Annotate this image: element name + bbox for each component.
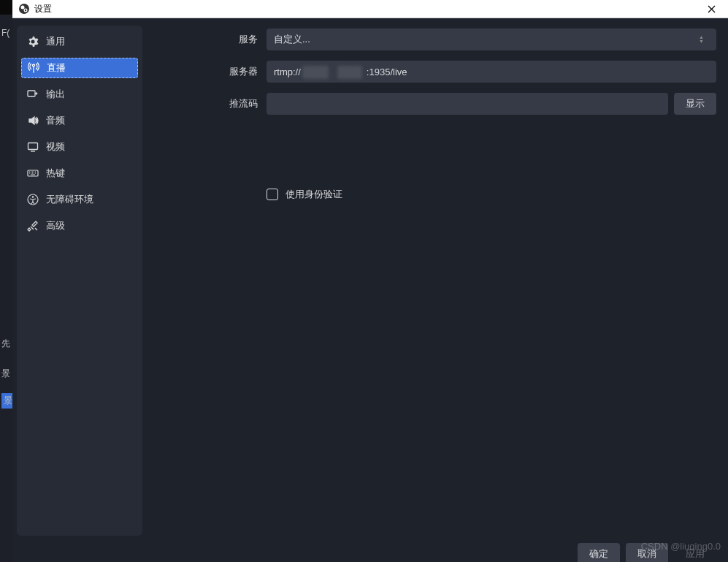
server-value-part: rtmp:// bbox=[274, 67, 301, 77]
settings-sidebar: 通用 直播 输出 音频 bbox=[17, 26, 142, 536]
accessibility-icon bbox=[27, 194, 39, 205]
sidebar-item-advanced[interactable]: 高级 bbox=[21, 216, 138, 236]
ok-button[interactable]: 确定 bbox=[578, 543, 620, 562]
auth-checkbox-row[interactable]: 使用身份验证 bbox=[267, 188, 716, 201]
antenna-icon bbox=[28, 62, 39, 74]
dialog-footer: 确定 取消 应用 bbox=[12, 543, 728, 562]
backdrop-text: 先 bbox=[1, 338, 10, 350]
sidebar-item-general[interactable]: 通用 bbox=[21, 31, 138, 52]
streamkey-input[interactable] bbox=[267, 93, 668, 115]
auth-checkbox[interactable] bbox=[267, 189, 278, 200]
output-icon bbox=[27, 88, 39, 100]
masked-segment bbox=[337, 66, 362, 79]
svg-rect-4 bbox=[28, 91, 35, 96]
window-title: 设置 bbox=[34, 3, 700, 15]
sidebar-item-label: 通用 bbox=[46, 35, 65, 48]
backdrop-text: 景 bbox=[1, 368, 10, 380]
sidebar-item-label: 无障碍环境 bbox=[46, 193, 93, 206]
sidebar-item-audio[interactable]: 音频 bbox=[21, 110, 138, 131]
masked-segment bbox=[302, 66, 329, 79]
sidebar-item-label: 输出 bbox=[46, 88, 65, 101]
sidebar-item-accessibility[interactable]: 无障碍环境 bbox=[21, 189, 138, 210]
spinner-icon: ▲▼ bbox=[699, 35, 709, 44]
streamkey-label: 推流码 bbox=[151, 97, 267, 110]
sidebar-item-label: 音频 bbox=[46, 114, 65, 127]
keyboard-icon bbox=[27, 167, 39, 179]
server-value-part: :1935/live bbox=[367, 67, 407, 77]
sidebar-item-label: 视频 bbox=[46, 140, 65, 153]
app-icon bbox=[18, 3, 30, 15]
titlebar: 设置 bbox=[12, 0, 728, 18]
monitor-icon bbox=[27, 141, 39, 153]
svg-rect-5 bbox=[28, 143, 38, 150]
sidebar-item-output[interactable]: 输出 bbox=[21, 84, 138, 105]
server-input[interactable]: rtmp:// :1935/live bbox=[267, 61, 716, 83]
apply-button[interactable]: 应用 bbox=[674, 543, 716, 562]
sidebar-item-label: 高级 bbox=[46, 219, 65, 232]
gear-icon bbox=[27, 36, 39, 48]
sidebar-item-stream[interactable]: 直播 bbox=[21, 58, 138, 78]
sidebar-item-hotkeys[interactable]: 热键 bbox=[21, 163, 138, 183]
tools-icon bbox=[27, 220, 39, 232]
svg-point-0 bbox=[19, 4, 29, 14]
svg-point-1 bbox=[21, 6, 25, 10]
audio-icon bbox=[27, 115, 39, 126]
service-select[interactable]: 自定义... ▲▼ bbox=[267, 29, 716, 50]
close-button[interactable] bbox=[700, 0, 722, 18]
settings-window: 设置 通用 直播 输出 bbox=[12, 0, 728, 562]
sidebar-item-label: 直播 bbox=[47, 61, 66, 75]
auth-checkbox-label: 使用身份验证 bbox=[286, 188, 342, 201]
service-label: 服务 bbox=[151, 33, 267, 46]
sidebar-item-video[interactable]: 视频 bbox=[21, 137, 138, 157]
show-button[interactable]: 显示 bbox=[674, 93, 716, 115]
settings-content: 服务 自定义... ▲▼ 服务器 rtmp:// bbox=[142, 26, 728, 543]
backdrop-text: 景 bbox=[1, 393, 13, 409]
cancel-button[interactable]: 取消 bbox=[626, 543, 668, 562]
svg-point-8 bbox=[32, 196, 34, 198]
backdrop-text: F( bbox=[1, 28, 9, 38]
service-value: 自定义... bbox=[274, 33, 310, 46]
server-label: 服务器 bbox=[151, 65, 267, 78]
sidebar-item-label: 热键 bbox=[46, 167, 65, 180]
svg-point-3 bbox=[25, 10, 26, 11]
